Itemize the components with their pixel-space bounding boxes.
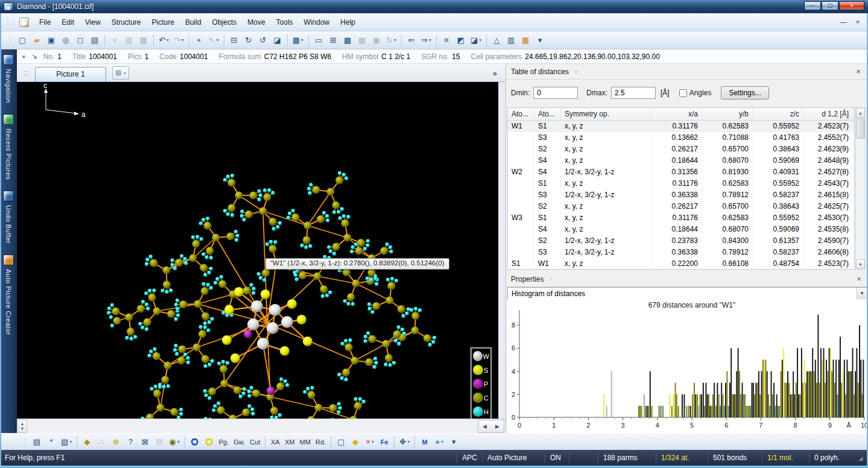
table-row[interactable]: W2S41/2-x, 3/2-y, 1-z0.313560.819300.409… [508, 166, 854, 178]
table-scrollbar[interactable]: ▲ ▼ [855, 107, 866, 270]
scroll-thumb[interactable] [856, 118, 865, 139]
fill-cell-icon[interactable]: ⊠ [138, 435, 151, 449]
add-atoms-icon[interactable]: ∴ [95, 435, 108, 449]
picture-search-icon[interactable]: ▧▾ [59, 435, 74, 449]
tab-grid-icon[interactable]: :: [19, 66, 33, 80]
column-header[interactable]: Symmetry op. [561, 108, 651, 120]
table-row[interactable]: S3x, y, z0.136620.710880.417632.4552(7) [508, 132, 854, 144]
table-row[interactable]: S1W1x, y, z0.222000.661080.487542.4523(7… [508, 258, 854, 270]
delete-x-icon[interactable]: ×▾ [363, 435, 376, 449]
next-picture-icon[interactable]: ⇒▾ [419, 34, 433, 47]
minimize-button[interactable]: — [804, 1, 821, 10]
menu-objects[interactable]: Objects [207, 16, 242, 29]
maximize-button[interactable]: ▢ [822, 1, 838, 10]
menu-window[interactable]: Window [299, 16, 335, 29]
table-row[interactable]: S2x, y, z0.262170.657000.386432.4623(9) [508, 144, 854, 155]
polygons-button[interactable]: Pg. [217, 435, 231, 449]
menu-view[interactable]: View [80, 16, 106, 29]
hexagon-yellow-icon[interactable] [203, 435, 216, 449]
find-icon[interactable]: ◎ [59, 34, 72, 47]
tab-picture-1[interactable]: Picture 1 [35, 67, 106, 81]
close-icon[interactable]: × [854, 67, 863, 76]
menu-tools[interactable]: Tools [271, 16, 299, 29]
table-row[interactable]: S31/2-x, 3/2-y, 1-z0.363380.789120.58237… [508, 247, 854, 258]
unknown-atom-icon[interactable]: ? [124, 435, 137, 449]
cut-button[interactable]: Cut [248, 435, 262, 449]
hexagon-blue-icon[interactable] [188, 435, 201, 449]
sidebar-tab-recent-pictures[interactable]: ▣Recent Pictures [1, 110, 16, 186]
diagonal-fill2-icon[interactable]: ◪▾ [469, 34, 483, 47]
table-row[interactable]: W3S1x, y, z0.311760.625830.559522.4530(7… [508, 212, 854, 224]
table-row[interactable]: S31/2-x, 3/2-y, 1-z0.363380.789120.58237… [508, 189, 854, 201]
column-header[interactable]: Ato... [534, 108, 561, 120]
pan-hand-icon[interactable]: + [192, 34, 206, 47]
toolbar2-overflow-icon[interactable]: ▾ [447, 435, 460, 449]
column-header[interactable]: x/a [651, 108, 702, 120]
prev-picture-icon[interactable]: ⇐ [405, 34, 418, 47]
structure-canvas[interactable]: c a "W1" (1/2-x, 3/2-y, 1-z): 0.2780(), … [17, 82, 498, 419]
table-row[interactable]: S2x, y, z0.262170.657000.386432.4625(7) [508, 201, 854, 212]
table-row[interactable]: W1S1x, y, z0.311760.625830.559522.4523(7… [508, 121, 854, 132]
rd-button[interactable]: Rd. [314, 435, 328, 449]
save-icon[interactable]: ▣ [45, 34, 58, 47]
render-sphere-icon[interactable]: ●▾ [432, 435, 446, 449]
mdi-minimize-button[interactable]: — [838, 17, 849, 27]
close-icon[interactable]: × [854, 274, 864, 283]
blank-picture-icon[interactable]: ▭ [312, 34, 325, 47]
angles-checkbox[interactable] [679, 89, 687, 97]
rotate-view-icon[interactable]: ↺ [256, 34, 270, 47]
build-gem-icon[interactable]: ◆ [80, 435, 93, 449]
note-edit-icon[interactable]: ▤ [30, 435, 43, 449]
goto-icon[interactable]: ↘ [31, 52, 37, 60]
coordination-icon[interactable]: ◉▾ [167, 435, 181, 449]
chevron-down-icon[interactable]: ▼ [857, 288, 867, 299]
tree-view-icon[interactable]: ⊟ [227, 34, 241, 47]
close-button[interactable]: × [839, 1, 864, 10]
print-preview-icon[interactable]: ◻ [74, 34, 87, 47]
table-mode-icon[interactable]: ▦▾ [291, 34, 305, 47]
menu-move[interactable]: Move [242, 16, 270, 29]
menu-help[interactable]: Help [335, 16, 361, 29]
split-view-icon[interactable]: ◪ [271, 34, 284, 47]
diagonal-fill-icon[interactable]: ◩ [454, 34, 467, 47]
toolbar-overflow-icon[interactable]: ▾ [533, 34, 546, 47]
column-header[interactable]: y/b [702, 108, 753, 120]
menu-edit[interactable]: Edit [56, 16, 80, 29]
xm-button[interactable]: XM [283, 435, 297, 449]
column-header[interactable]: z/c [753, 108, 803, 120]
move-mode-icon[interactable]: ✥▾ [398, 435, 411, 449]
copy-picture-icon[interactable]: ▩ [341, 34, 354, 47]
sidebar-tab-auto-picture-creator[interactable]: ▣Auto Picture Creator [1, 251, 16, 341]
print-icon[interactable]: ▤ [88, 34, 101, 47]
new-picture-tab-button[interactable]: ⊞ ▾ [112, 66, 129, 80]
report-lines-icon[interactable]: ≡ [440, 34, 453, 47]
scroll-down-icon[interactable]: ▼ [856, 259, 865, 269]
menu-build[interactable]: Build [180, 16, 207, 29]
table-row[interactable]: S1x, y, z0.311760.625830.559522.4543(7) [508, 178, 854, 189]
canvas-spin-buttons[interactable]: ▲▼ [17, 420, 27, 433]
settings-button[interactable]: Settings... [721, 86, 768, 100]
sidebar-tab-undo-buffer[interactable]: ▣Undo Buffer [1, 187, 16, 250]
add-atom-icon[interactable]: ⊕ [109, 435, 122, 449]
angle-chart-icon[interactable]: △ [490, 34, 503, 47]
table-row[interactable]: S21/2-x, 3/2-y, 1-z0.237830.843000.61357… [508, 235, 854, 247]
tab-overflow-button[interactable]: » [493, 69, 497, 78]
undo-icon[interactable]: ↶▾ [157, 34, 171, 47]
scroll-up-icon[interactable]: ▲ [856, 108, 865, 118]
menu-picture[interactable]: Picture [147, 16, 180, 29]
sidebar-tab-navigation[interactable]: ▣Navigation [1, 51, 16, 109]
column-header[interactable]: Ato... [508, 108, 534, 120]
picture-wizard-icon[interactable]: * [45, 435, 58, 449]
histogram-chart-icon[interactable]: ▥ [504, 34, 518, 47]
new-document-icon[interactable]: ▢ [16, 34, 29, 47]
properties-selector[interactable]: Histogram of distances ▼ [507, 287, 867, 300]
open-icon[interactable]: ▰ [30, 34, 43, 47]
table-row[interactable]: S4x, y, z0.186440.680700.590692.4648(9) [508, 155, 854, 166]
cell-cube-icon[interactable]: ▢ [334, 435, 347, 449]
history-view-icon[interactable]: ↻ [242, 34, 255, 47]
mm-button[interactable]: MM [298, 435, 312, 449]
menu-file[interactable]: File [34, 16, 56, 29]
menu-structure[interactable]: Structure [106, 16, 147, 29]
measure-button[interactable]: M [418, 435, 431, 449]
clear-filter-icon[interactable]: × [22, 53, 25, 60]
